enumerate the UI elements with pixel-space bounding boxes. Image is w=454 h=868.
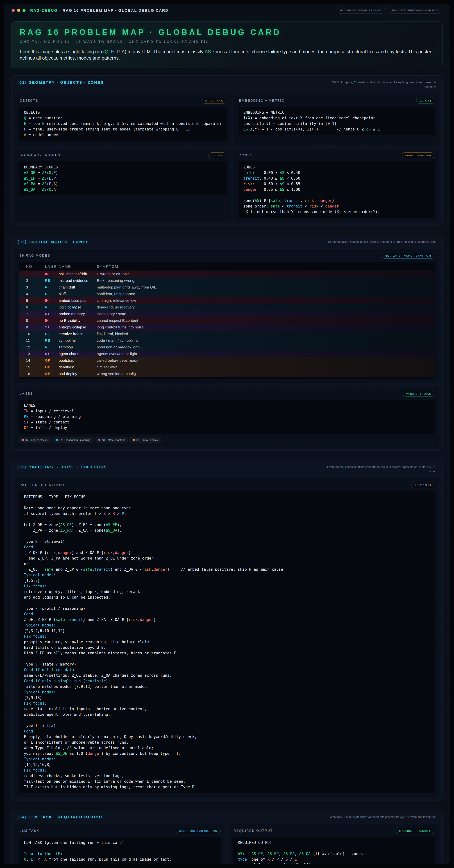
mode-row: 1INhallucination/driftE wrong or off-top… [19,271,435,277]
code-line: stabilize agent roles and turn-taking. [24,712,430,717]
section-geometry: [01] GEOMETRY · OBJECTS · ZONES Q/E/P/A … [11,75,443,225]
code-line: OBJECTS [24,110,222,115]
maximize-window-button[interactable] [23,9,26,12]
lane-legend-chip: RE · reasoning / planning [54,437,93,443]
mode-cell-no: 13 [26,352,45,356]
mode-cell-name: chain drift [59,285,97,289]
mode-row: 2REmisread evidenceE ok, reasoning wrong [19,277,435,284]
mode-cell-no: 1 [26,272,45,276]
code-line: failure matches modes {7,9,13} better th… [24,684,430,689]
modes-table-body: 1INhallucination/driftE wrong or off-top… [19,271,435,377]
code-line: transit: 0.40 ≤ ΔS < 0.60 [244,176,430,181]
code-line: fail-fast on bad or missing E, fix infra… [24,779,430,784]
mode-cell-symptom: loses story / state [97,312,435,316]
modes-table-panel: 16 RAG MODES NO / LANE / NAME / SYMPTOM … [15,249,439,383]
titlebar-badges: IMAGE-AS-DEBUG PROMPTSEMANTIC FIREWALL F… [337,7,442,13]
pattern-definitions-code-block: PATTERNS → TYPE → FIX FOCUS Note: one mo… [19,491,435,793]
code-line: type: one of R / P / S / I [238,857,430,862]
code-line: {1,5,8} [24,578,430,584]
code-line [238,845,430,851]
mode-cell-name: deadlock [59,365,97,369]
required-output-label: REQUIRED OUTPUT [233,829,273,833]
mode-cell-name: creative freeze [59,332,97,336]
mode-cell-lane: RE [45,339,59,342]
titlebar-badge: SEMANTIC FIREWALL FOR RAG [388,7,442,13]
code-line: ΔS(X,Y) = 1 - cos_sim(I(X), I(Y)) // hen… [244,126,430,132]
mode-row: 13STagent chaosagents overwrite or fight [19,350,435,357]
code-line: cos_sim(u,v) = cosine similarity in [0,1… [244,121,430,126]
required-output-panel: REQUIRED OUTPUT MACHINE-READABLE REQUIRE… [229,824,439,864]
mode-cell-name: logic collapse [59,305,97,309]
page-description: Feed this image plus a single failing ru… [20,49,434,61]
code-line [24,656,430,661]
code-line: zone_order: safe < transit < risk < dang… [244,204,430,209]
code-line [24,600,430,606]
mode-cell-symptom: E wrong or off-topic [97,272,435,276]
boundary-scores-label: BOUNDARY SCORES [20,154,60,157]
pattern-types-badge: R / P / S / I [411,482,434,488]
code-line: Cond if multi-run data: [24,667,430,673]
code-line [244,192,430,198]
embedding-panel: EMBEDDING + METRIC ΔS(X,Y) EMBEDDING + M… [234,94,439,145]
code-line: OP = infra / deploy [24,425,430,431]
mode-cell-lane: OP [45,372,59,376]
code-line [24,500,430,505]
boundary-scores-code-block: BOUNDARY SCORESΔS_QE = ΔS(Q,E)ΔS_EP = ΔS… [19,161,227,196]
mode-row: 14OPbootstrapcalled before deps ready [19,357,435,364]
section-geometry-note: Q/E/P/A objects, ΔS metric and four boun… [321,80,436,89]
minimize-window-button[interactable] [17,9,20,12]
code-line: Cond if only a single run (heuristic): [24,678,430,684]
lane-dot-icon [133,439,135,441]
mode-cell-symptom: confident, unsupported [97,292,435,296]
code-line: LLM TASK (given one failing run + this c… [24,840,216,845]
code-line: If E exists but is hidden only by missin… [24,784,430,790]
mode-cell-symptom: flat, literal, blocked [97,332,435,336]
column-header-lane: LANE [45,265,59,269]
code-line: ( Z_QE ∈ {risk,danger} and Z_QA ∈ {risk,… [24,550,430,556]
mode-cell-lane: IN [45,318,59,322]
hero-banner: RAG 16 PROBLEM MAP · GLOBAL DEBUG CARD O… [11,22,443,68]
section-llm-task-note: What any LLM must do when you feed this … [330,815,436,819]
debug-card: RAG-DEBUG · RAG 16 PROBLEM MAP · GLOBAL … [4,4,450,864]
code-line: Note: one mode may appear in more than o… [24,505,430,511]
mode-cell-name: hallucination/drift [59,272,97,276]
code-line: and Z_EP, Z_PA are not worse than Z_QE u… [24,556,430,561]
objects-panel: OBJECTS Q / E / P / A OBJECTSQ = user qu… [15,94,231,145]
code-line: Typical modes: [24,572,430,578]
code-line [24,862,216,864]
lanes-code-block: LANESIN = input / retrievalRE = reasonin… [19,400,435,434]
boundary-scores-panel: BOUNDARY SCORES 4 CUTS BOUNDARY SCORESΔS… [15,148,231,222]
lane-legend: IN · input / retrievalRE · reasoning / p… [19,437,435,443]
code-line: I(X) = embedding of text X from one fixe… [244,115,430,121]
lane-legend-label: RE · reasoning / planning [60,438,90,441]
mode-cell-lane: ST [45,312,59,316]
code-line: Cond: [24,611,430,617]
llm-task-code-block: LLM TASK (given one failing run + this c… [19,837,221,864]
code-line: safe: 0.00 ≤ ΔS < 0.40 [244,170,430,176]
close-window-button[interactable] [12,9,15,12]
section-patterns-header: [03] PATTERNS → TYPE → FIX FOCUS From fo… [18,465,436,474]
llm-task-badge: GIVEN ONE FAILING RUN [176,828,221,834]
code-line: Z_QE, Z_EP ∈ {safe,transit} and Z_PA, Z_… [24,617,430,622]
llm-task-label: LLM TASK [20,829,39,833]
lane-dot-icon [98,439,100,441]
column-header-no: NO [26,265,45,269]
code-line: LANES [24,403,430,408]
code-line: ΔS: ΔS_QE, ΔS_EP, ΔS_PA, ΔS_QA (if avail… [238,851,430,857]
lane-legend-label: IN · input / retrieval [25,438,48,441]
zones-badge: SAFE → DANGER [402,152,434,158]
pattern-definitions-label: PATTERN DEFINITIONS [20,483,66,487]
code-line: you may treat ΔS_QE as 1.0 (danger) by c… [24,751,430,756]
mode-cell-symptom: dead-end, no recovery [97,305,435,309]
section-llm-task-title: [04] LLM TASK · REQUIRED OUTPUT [18,815,104,819]
lanes-badge: WHERE IT FAILS [403,391,434,397]
mode-cell-name: broken memory [59,312,97,316]
code-line: Q, E, P, A from one failing run, plus th… [24,857,216,862]
boundary-scores-badge: 4 CUTS [208,152,226,158]
code-line: same Q/E/P/settings, Z_QE stable, Z_QA c… [24,673,430,678]
lane-legend-chip: ST · state / context [96,437,128,443]
app-name: RAG-DEBUG [30,8,58,12]
code-line: Fix focus: [24,634,430,639]
mode-cell-no: 11 [26,338,45,343]
mode-cell-name: bad deploy [59,372,97,376]
